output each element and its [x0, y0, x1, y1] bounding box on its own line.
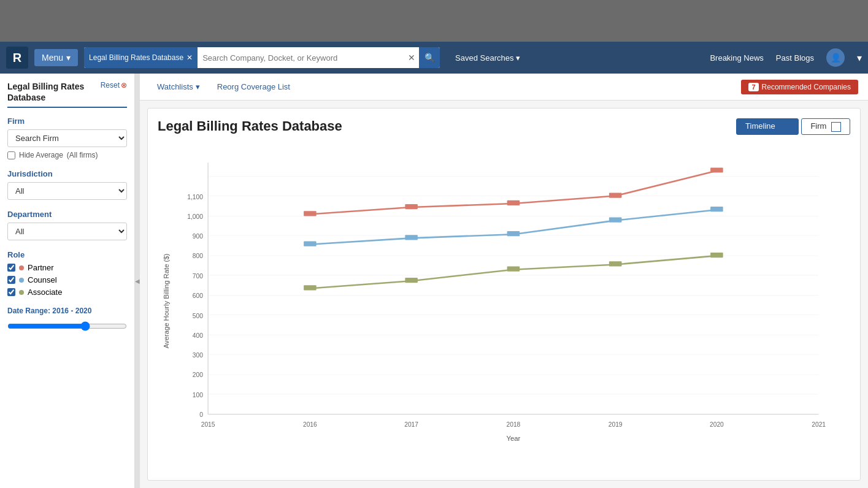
svg-text:1,000: 1,000: [187, 213, 203, 219]
user-menu-chevron[interactable]: ▾: [857, 52, 862, 64]
counsel-row: Counsel: [7, 275, 127, 284]
partner-row: Partner: [7, 263, 127, 272]
role-label: Role: [7, 250, 127, 259]
user-avatar[interactable]: 👤: [826, 48, 845, 67]
sidebar-resize-handle[interactable]: ◀: [135, 74, 140, 488]
hide-average-checkbox[interactable]: [7, 151, 15, 159]
svg-text:300: 300: [193, 352, 203, 359]
partner-label: Partner: [28, 263, 54, 272]
top-nav-bar: Watchlists ▾ Reorg Coverage List 7 Recom…: [140, 74, 868, 101]
watchlists-tab[interactable]: Watchlists ▾: [150, 78, 207, 95]
y-axis-label: Average Hourly Billing Rate ($): [163, 253, 170, 348]
breaking-news-link[interactable]: Breaking News: [710, 53, 763, 63]
associate-label: Associate: [28, 288, 62, 297]
recommended-count-badge: 7: [748, 83, 758, 91]
associate-line: [310, 256, 716, 288]
firm-checkbox: [831, 122, 841, 132]
svg-text:1,100: 1,100: [187, 193, 203, 200]
date-range-label: Date Range: 2016 - 2020: [7, 307, 127, 315]
counsel-dot: [19, 278, 24, 283]
counsel-marker-2019: [609, 217, 622, 222]
past-blogs-link[interactable]: Past Blogs: [776, 53, 814, 63]
svg-text:2018: 2018: [506, 421, 520, 428]
reorg-coverage-tab[interactable]: Reorg Coverage List: [210, 78, 298, 95]
partner-marker-2018: [507, 200, 520, 205]
date-range-slider[interactable]: [7, 321, 127, 331]
chart-header: Legal Billing Rates Database Timeline Fi…: [158, 118, 850, 135]
counsel-marker-2020: [710, 207, 723, 212]
svg-text:900: 900: [193, 233, 203, 240]
department-filter: Department All: [7, 210, 127, 240]
search-tag-close-icon[interactable]: ✕: [186, 53, 193, 62]
search-tag: Legal Billing Rates Database ✕: [84, 47, 198, 68]
jurisdiction-filter: Jurisdiction All: [7, 169, 127, 200]
firm-filter: Firm Search Firm Hide Average (All firms…: [7, 116, 127, 159]
chart-container: Legal Billing Rates Database Timeline Fi…: [147, 108, 861, 481]
partner-dot: [19, 265, 24, 270]
svg-text:700: 700: [193, 273, 203, 280]
hide-average-sub-label: (All firms): [67, 151, 98, 159]
top-nav-links: Watchlists ▾ Reorg Coverage List: [150, 78, 298, 95]
partner-marker-2019: [609, 193, 622, 197]
svg-text:600: 600: [193, 292, 203, 299]
navbar: R Menu ▾ Legal Billing Rates Database ✕ …: [0, 42, 868, 74]
search-clear-icon[interactable]: ✕: [404, 53, 419, 63]
svg-text:400: 400: [193, 332, 203, 338]
sidebar-header: Legal Billing Rates Database Reset ⊗: [7, 81, 127, 108]
reset-icon: ⊗: [121, 81, 127, 90]
svg-text:200: 200: [193, 372, 203, 378]
search-input[interactable]: [198, 53, 404, 63]
department-label: Department: [7, 210, 127, 219]
counsel-marker-2017: [405, 235, 418, 240]
menu-button[interactable]: Menu ▾: [34, 49, 78, 66]
counsel-checkbox[interactable]: [7, 276, 15, 284]
svg-text:2020: 2020: [710, 421, 724, 428]
partner-marker-2016: [304, 211, 317, 216]
associate-marker-2018: [507, 266, 520, 271]
resize-icon: ◀: [135, 278, 140, 284]
associate-marker-2016: [304, 285, 317, 290]
chart-svg-wrapper: Average Hourly Billing Rate ($): [158, 143, 850, 459]
counsel-marker-2018: [507, 231, 520, 236]
logo[interactable]: R: [6, 47, 28, 69]
role-filter: Role Partner Counsel Associate: [7, 250, 127, 297]
chart-title: Legal Billing Rates Database: [158, 118, 342, 134]
svg-text:2015: 2015: [201, 421, 215, 428]
associate-row: Associate: [7, 288, 127, 297]
svg-text:100: 100: [193, 392, 203, 398]
timeline-toggle-button[interactable]: Timeline: [736, 118, 799, 135]
associate-checkbox[interactable]: [7, 288, 15, 296]
partner-line: [310, 170, 716, 214]
content-area: Legal Billing Rates Database Reset ⊗ Fir…: [0, 74, 868, 488]
timeline-checkbox: [780, 122, 789, 132]
svg-text:500: 500: [193, 312, 203, 319]
firm-select[interactable]: Search Firm: [7, 129, 127, 147]
svg-text:2019: 2019: [609, 421, 623, 428]
svg-text:2017: 2017: [404, 421, 418, 428]
svg-text:2021: 2021: [812, 421, 826, 428]
partner-checkbox[interactable]: [7, 264, 15, 272]
search-button[interactable]: 🔍: [419, 47, 440, 68]
jurisdiction-select[interactable]: All: [7, 182, 127, 200]
recommended-companies-button[interactable]: 7 Recommended Companies: [741, 80, 858, 94]
saved-searches-button[interactable]: Saved Searches ▾: [446, 53, 529, 63]
firm-toggle-button[interactable]: Firm: [801, 118, 850, 135]
x-axis-label: Year: [506, 434, 520, 441]
associate-marker-2020: [710, 253, 723, 257]
svg-text:800: 800: [193, 253, 203, 259]
reset-button[interactable]: Reset ⊗: [101, 81, 127, 90]
partner-marker-2017: [405, 204, 418, 209]
search-area: Legal Billing Rates Database ✕ ✕ 🔍: [84, 47, 440, 68]
svg-text:2016: 2016: [303, 421, 317, 428]
main-content: Watchlists ▾ Reorg Coverage List 7 Recom…: [140, 74, 868, 488]
svg-text:0: 0: [199, 411, 203, 417]
counsel-line: [310, 210, 716, 244]
counsel-label: Counsel: [28, 275, 57, 284]
user-icon: 👤: [831, 53, 841, 63]
department-select[interactable]: All: [7, 223, 127, 240]
chart-toggle-group: Timeline Firm: [736, 118, 850, 135]
counsel-marker-2016: [304, 241, 317, 246]
saved-searches-chevron-icon: ▾: [516, 53, 520, 63]
sidebar: Legal Billing Rates Database Reset ⊗ Fir…: [0, 74, 135, 488]
hide-average-label: Hide Average: [19, 151, 63, 159]
